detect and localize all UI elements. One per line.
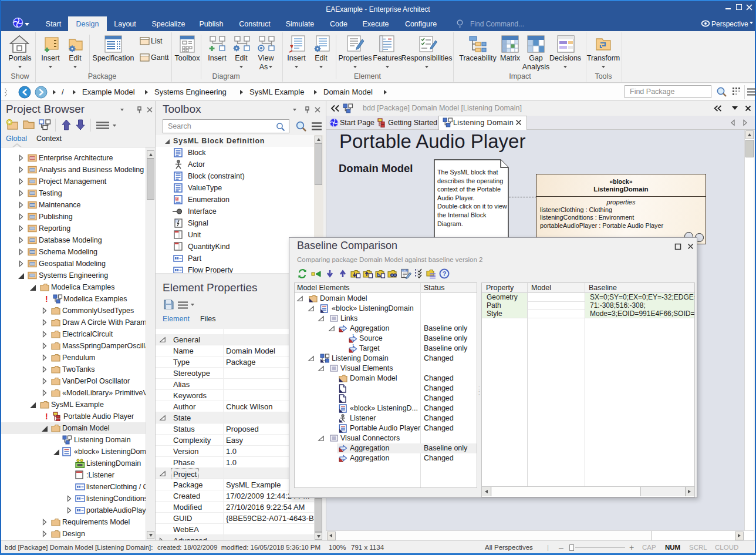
svg-text:XML: XML xyxy=(402,270,406,272)
svg-text:?: ? xyxy=(443,270,447,277)
